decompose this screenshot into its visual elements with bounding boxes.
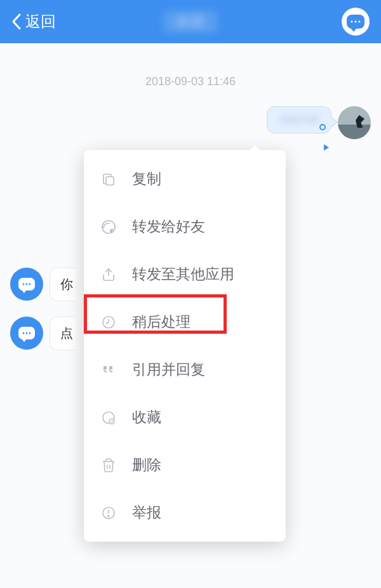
quote-icon <box>100 362 117 378</box>
conversation-title: 标题 <box>164 11 217 32</box>
header-bar: 返回 标题 <box>0 0 381 43</box>
menu-label: 转发至其他应用 <box>132 264 234 284</box>
svg-rect-0 <box>106 177 114 185</box>
bookmark-icon <box>100 409 117 426</box>
menu-item-later[interactable]: 稍后处理 <box>84 298 286 346</box>
menu-item-favorite[interactable]: 收藏 <box>84 393 286 441</box>
menu-label: 删除 <box>132 455 161 475</box>
outgoing-message-bubble[interactable]: 消息内容 <box>267 106 331 133</box>
self-avatar[interactable] <box>338 106 371 139</box>
incoming-text: 你 <box>60 277 73 291</box>
menu-label: 引用并回复 <box>132 360 205 379</box>
contact-avatar[interactable] <box>10 317 43 350</box>
chat-bubble-icon <box>18 278 35 291</box>
trash-icon <box>100 457 117 474</box>
incoming-text: 点 <box>60 326 73 340</box>
copy-icon <box>100 171 117 188</box>
menu-item-forward-friend[interactable]: 转发给好友 <box>84 203 286 250</box>
chevron-left-icon <box>11 13 22 30</box>
read-receipt-icon <box>319 124 326 130</box>
back-button[interactable]: 返回 <box>11 11 56 32</box>
menu-item-forward-app[interactable]: 转发至其他应用 <box>84 250 286 298</box>
play-triangle-icon <box>324 144 329 151</box>
contact-avatar-button[interactable] <box>342 8 370 36</box>
chat-bubble-icon <box>18 327 35 339</box>
menu-item-delete[interactable]: 删除 <box>84 441 286 489</box>
report-icon <box>100 505 117 521</box>
svg-point-9 <box>108 516 109 517</box>
menu-item-quote-reply[interactable]: 引用并回复 <box>84 346 286 393</box>
svg-point-2 <box>110 229 114 233</box>
contact-avatar[interactable] <box>10 268 43 301</box>
message-timestamp: 2018-09-03 11:46 <box>0 75 381 88</box>
incoming-message-bubble[interactable]: 点 <box>50 317 75 350</box>
menu-label: 举报 <box>132 503 161 523</box>
menu-label: 稍后处理 <box>132 312 190 332</box>
menu-label: 转发给好友 <box>132 217 205 236</box>
menu-item-copy[interactable]: 复制 <box>84 155 286 203</box>
outgoing-text: 消息内容 <box>279 114 319 125</box>
menu-label: 复制 <box>132 169 161 189</box>
incoming-message-bubble[interactable]: 你 <box>50 268 75 301</box>
menu-label: 收藏 <box>132 407 161 427</box>
share-icon <box>100 266 117 283</box>
forward-friend-icon <box>100 219 117 235</box>
menu-item-report[interactable]: 举报 <box>84 489 286 537</box>
context-menu: 复制 转发给好友 转发至其他应用 稍后处理 引用并回复 收藏 删除 <box>84 150 286 542</box>
back-label: 返回 <box>25 11 56 32</box>
clock-icon <box>100 314 117 331</box>
chat-bubble-icon <box>347 15 364 29</box>
outgoing-message-row: 消息内容 <box>0 106 381 139</box>
